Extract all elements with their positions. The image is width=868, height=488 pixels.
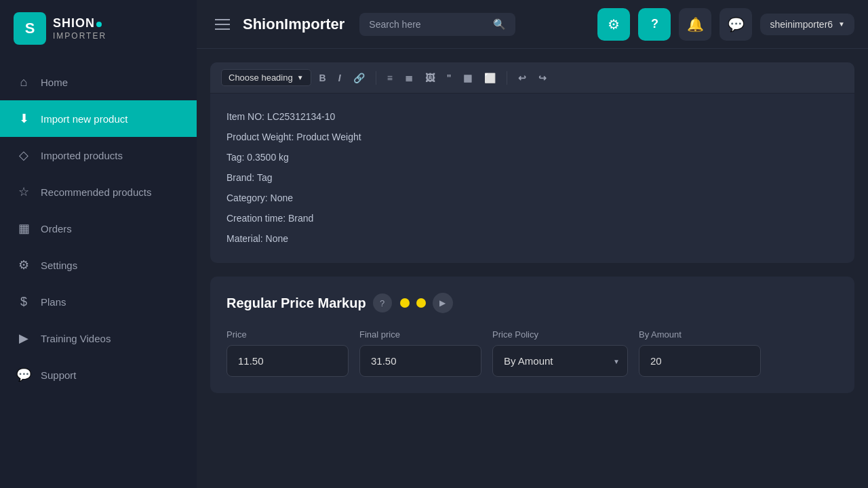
logo-text: SHION IMPORTER bbox=[53, 16, 106, 41]
editor-line-5: Category: None bbox=[226, 188, 838, 207]
editor-line-3: Tag: 0.3500 kg bbox=[226, 148, 838, 167]
price-policy-field: Price Policy By Amount By Percentage Fix… bbox=[492, 329, 628, 377]
sidebar-item-label: Import new product bbox=[41, 113, 127, 125]
indicator-dot-yellow-1 bbox=[400, 298, 410, 308]
heading-select-label: Choose heading bbox=[229, 73, 293, 83]
sidebar-item-label: Training Videos bbox=[41, 333, 111, 344]
sidebar-item-support[interactable]: 💬 Support bbox=[0, 357, 197, 393]
by-amount-input[interactable] bbox=[639, 345, 761, 377]
price-policy-label: Price Policy bbox=[492, 329, 628, 340]
toolbar-separator bbox=[376, 71, 376, 85]
markup-title: Regular Price Markup bbox=[226, 296, 366, 311]
message-icon: 💬 bbox=[728, 16, 745, 33]
hamburger-line bbox=[215, 24, 230, 25]
quote-button[interactable]: " bbox=[443, 70, 456, 86]
editor-line-6: Creation time: Brand bbox=[226, 209, 838, 228]
redo-button[interactable]: ↪ bbox=[534, 70, 551, 86]
undo-button[interactable]: ↩ bbox=[514, 70, 530, 86]
table-button[interactable]: ▦ bbox=[459, 70, 476, 86]
dollar-icon: $ bbox=[16, 294, 31, 309]
download-icon: ⬇ bbox=[16, 111, 31, 126]
markup-header: Regular Price Markup ? ▶ bbox=[226, 293, 838, 313]
image-button[interactable]: 🖼 bbox=[421, 70, 439, 86]
sidebar-item-label: Orders bbox=[41, 223, 72, 235]
sidebar-item-orders[interactable]: ▦ Orders bbox=[0, 210, 197, 247]
markup-help-button[interactable]: ? bbox=[373, 293, 392, 312]
sidebar-item-label: Support bbox=[41, 369, 77, 381]
chat-icon: 💬 bbox=[16, 367, 31, 382]
sidebar: S SHION IMPORTER ⌂ Home ⬇ Import new pro… bbox=[0, 0, 197, 488]
app-title: ShionImporter bbox=[243, 16, 344, 33]
sidebar-item-label: Imported products bbox=[41, 150, 123, 161]
chevron-down-icon: ▼ bbox=[297, 74, 304, 81]
logo-tagline: IMPORTER bbox=[53, 31, 106, 41]
price-policy-select-wrapper: By Amount By Percentage Fixed bbox=[492, 345, 628, 377]
markup-card: Regular Price Markup ? ▶ Price Final pri… bbox=[210, 277, 854, 393]
logo-name: SHION bbox=[53, 16, 106, 31]
editor-line-4: Brand: Tag bbox=[226, 168, 838, 187]
search-icon: 🔍 bbox=[493, 18, 506, 30]
embed-button[interactable]: ⬜ bbox=[480, 70, 500, 86]
search-input[interactable] bbox=[369, 19, 488, 30]
by-amount-label: By Amount bbox=[639, 329, 761, 340]
final-price-label: Final price bbox=[359, 329, 481, 340]
bold-button[interactable]: B bbox=[315, 70, 330, 86]
editor-toolbar: Choose heading ▼ B I 🔗 ≡ ≣ 🖼 " ▦ ⬜ ↩ ↪ bbox=[210, 62, 854, 94]
play-button[interactable]: ▶ bbox=[433, 293, 453, 313]
sidebar-item-label: Settings bbox=[41, 260, 77, 271]
main-content: ShionImporter 🔍 ⚙ ? 🔔 💬 sheinimporter6 ▼… bbox=[197, 0, 868, 488]
tag-icon: ◇ bbox=[16, 148, 31, 163]
logo: S SHION IMPORTER bbox=[0, 0, 197, 57]
price-fields-row: Price Final price Price Policy By Amount… bbox=[226, 329, 838, 377]
final-price-field: Final price bbox=[359, 329, 481, 377]
settings-button[interactable]: ⚙ bbox=[597, 8, 630, 41]
star-icon: ☆ bbox=[16, 184, 31, 199]
sidebar-item-label: Recommended products bbox=[41, 186, 151, 198]
help-button[interactable]: ? bbox=[638, 8, 671, 41]
sidebar-item-settings[interactable]: ⚙ Settings bbox=[0, 247, 197, 283]
hamburger-line bbox=[215, 28, 230, 30]
by-amount-field: By Amount bbox=[639, 329, 761, 377]
gear-icon: ⚙ bbox=[16, 258, 31, 272]
unordered-list-button[interactable]: ≡ bbox=[383, 70, 397, 86]
sidebar-item-label: Home bbox=[41, 77, 68, 88]
sidebar-item-recommended[interactable]: ☆ Recommended products bbox=[0, 174, 197, 210]
toolbar-separator-2 bbox=[507, 71, 507, 85]
ordered-list-button[interactable]: ≣ bbox=[401, 70, 417, 86]
sidebar-item-import[interactable]: ⬇ Import new product bbox=[0, 100, 197, 137]
video-icon: ▶ bbox=[16, 331, 31, 346]
hamburger-line bbox=[215, 19, 230, 20]
editor-card: Choose heading ▼ B I 🔗 ≡ ≣ 🖼 " ▦ ⬜ ↩ ↪ I… bbox=[210, 62, 854, 263]
italic-button[interactable]: I bbox=[334, 70, 345, 86]
user-menu[interactable]: sheinimporter6 ▼ bbox=[760, 14, 854, 35]
price-input[interactable] bbox=[226, 345, 349, 377]
notifications-button[interactable]: 🔔 bbox=[679, 8, 711, 41]
editor-line-7: Material: None bbox=[226, 229, 838, 248]
topbar: ShionImporter 🔍 ⚙ ? 🔔 💬 sheinimporter6 ▼ bbox=[197, 0, 868, 49]
final-price-input[interactable] bbox=[359, 345, 481, 377]
bell-icon: 🔔 bbox=[687, 16, 704, 33]
indicator-dot-yellow-2 bbox=[416, 298, 426, 308]
sidebar-nav: ⌂ Home ⬇ Import new product ◇ Imported p… bbox=[0, 57, 197, 488]
price-policy-select[interactable]: By Amount By Percentage Fixed bbox=[492, 345, 628, 377]
box-icon: ▦ bbox=[16, 221, 31, 236]
editor-line-1: Item NO: LC25312134-10 bbox=[226, 107, 838, 126]
logo-icon: S bbox=[14, 12, 46, 45]
heading-select[interactable]: Choose heading ▼ bbox=[221, 69, 311, 86]
sidebar-item-home[interactable]: ⌂ Home bbox=[0, 64, 197, 100]
chevron-down-icon: ▼ bbox=[838, 20, 845, 28]
sidebar-item-training[interactable]: ▶ Training Videos bbox=[0, 320, 197, 357]
editor-line-2: Product Weight: Product Weight bbox=[226, 127, 838, 146]
content-area: Choose heading ▼ B I 🔗 ≡ ≣ 🖼 " ▦ ⬜ ↩ ↪ I… bbox=[197, 49, 868, 488]
link-button[interactable]: 🔗 bbox=[349, 70, 369, 86]
sidebar-item-plans[interactable]: $ Plans bbox=[0, 283, 197, 320]
price-label: Price bbox=[226, 329, 349, 340]
sidebar-item-imported[interactable]: ◇ Imported products bbox=[0, 137, 197, 174]
username-label: sheinimporter6 bbox=[770, 19, 833, 30]
hamburger-menu[interactable] bbox=[210, 12, 235, 37]
messages-button[interactable]: 💬 bbox=[719, 8, 752, 41]
search-box[interactable]: 🔍 bbox=[359, 13, 515, 36]
home-icon: ⌂ bbox=[16, 75, 31, 89]
sidebar-item-label: Plans bbox=[41, 296, 66, 308]
editor-body[interactable]: Item NO: LC25312134-10 Product Weight: P… bbox=[210, 94, 854, 263]
